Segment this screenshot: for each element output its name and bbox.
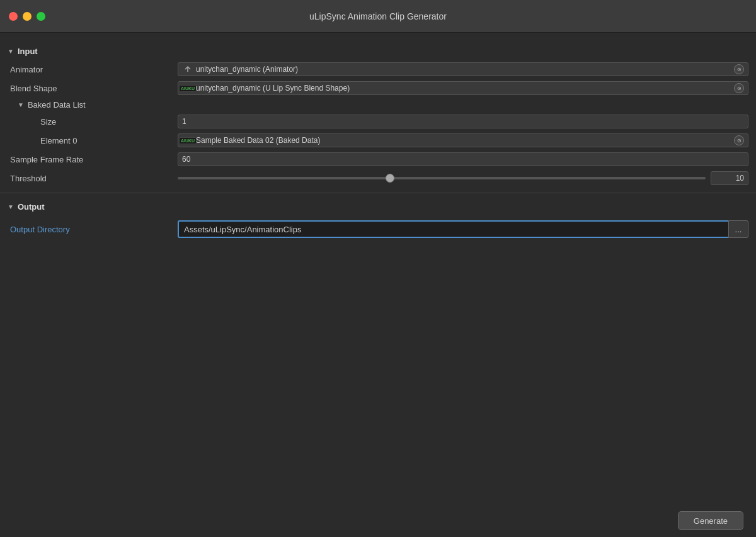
baked-data-list-label: Baked Data List <box>28 100 86 110</box>
output-directory-row: Output Directory ... <box>0 215 756 243</box>
element0-value: Sample Baked Data 02 (Baked Data) <box>196 136 320 145</box>
blend-shape-object-field[interactable]: AIUKU unitychan_dynamic (U Lip Sync Blen… <box>178 81 748 95</box>
title-bar: uLipSync Animation Clip Generator <box>0 0 756 33</box>
blend-shape-field: AIUKU unitychan_dynamic (U Lip Sync Blen… <box>178 81 748 95</box>
blend-shape-icon: AIUKU <box>182 82 193 94</box>
baked-data-list-arrow-icon: ▼ <box>18 101 24 108</box>
close-button[interactable] <box>9 12 18 21</box>
size-row: Size <box>0 112 756 131</box>
output-directory-label: Output Directory <box>8 225 70 234</box>
blend-shape-select-button[interactable]: ⊙ <box>734 83 744 93</box>
sample-frame-rate-row: Sample Frame Rate <box>0 150 756 169</box>
threshold-input[interactable] <box>711 171 748 185</box>
element0-icon: AIUKU <box>182 135 193 146</box>
size-field <box>178 115 748 128</box>
maximize-button[interactable] <box>37 12 45 21</box>
threshold-label: Threshold <box>8 174 178 183</box>
bottom-bar: Generate <box>0 504 756 537</box>
threshold-row: Threshold <box>0 169 756 188</box>
browse-button[interactable]: ... <box>728 220 748 238</box>
size-label: Size <box>8 117 178 127</box>
minimize-button[interactable] <box>23 12 32 21</box>
sample-frame-rate-label: Sample Frame Rate <box>8 155 178 164</box>
main-content: ▼ Input Animator unitychan_dynamic (Anim… <box>0 33 756 253</box>
input-arrow-icon: ▼ <box>8 48 14 55</box>
element0-select-button[interactable]: ⊙ <box>734 135 744 145</box>
animator-field: unitychan_dynamic (Animator) ⊙ <box>178 62 748 76</box>
section-divider <box>0 193 756 193</box>
animator-row: Animator unitychan_dynamic (Animator) ⊙ <box>0 60 756 79</box>
output-arrow-icon: ▼ <box>8 203 14 210</box>
animator-select-button[interactable]: ⊙ <box>734 64 744 74</box>
window-title: uLipSync Animation Clip Generator <box>309 11 447 21</box>
animator-value: unitychan_dynamic (Animator) <box>196 65 298 74</box>
animator-icon <box>182 64 193 75</box>
animator-label: Animator <box>8 65 178 74</box>
output-directory-label-col: Output Directory <box>8 225 178 234</box>
element0-label: Element 0 <box>8 136 178 145</box>
blend-shape-label: Blend Shape <box>8 84 178 93</box>
sample-frame-rate-input[interactable] <box>178 152 748 166</box>
element0-field: AIUKU Sample Baked Data 02 (Baked Data) … <box>178 133 748 147</box>
generate-button[interactable]: Generate <box>678 511 743 530</box>
element0-row: Element 0 AIUKU Sample Baked Data 02 (Ba… <box>0 131 756 150</box>
window-controls <box>9 12 45 21</box>
element0-object-field[interactable]: AIUKU Sample Baked Data 02 (Baked Data) … <box>178 133 748 147</box>
threshold-slider[interactable] <box>178 177 706 179</box>
output-directory-input[interactable] <box>178 220 728 238</box>
sample-frame-rate-field <box>178 152 748 166</box>
output-section-label: Output <box>18 202 45 212</box>
input-section-header[interactable]: ▼ Input <box>0 43 756 60</box>
animator-object-field[interactable]: unitychan_dynamic (Animator) ⊙ <box>178 62 748 76</box>
blend-shape-row: Blend Shape AIUKU unitychan_dynamic (U L… <box>0 79 756 98</box>
threshold-field <box>178 171 748 185</box>
input-section-label: Input <box>18 47 38 56</box>
size-input[interactable] <box>178 115 748 128</box>
output-section-header[interactable]: ▼ Output <box>0 198 756 215</box>
blend-shape-value: unitychan_dynamic (U Lip Sync Blend Shap… <box>196 84 350 93</box>
baked-data-list-header[interactable]: ▼ Baked Data List <box>0 98 756 112</box>
